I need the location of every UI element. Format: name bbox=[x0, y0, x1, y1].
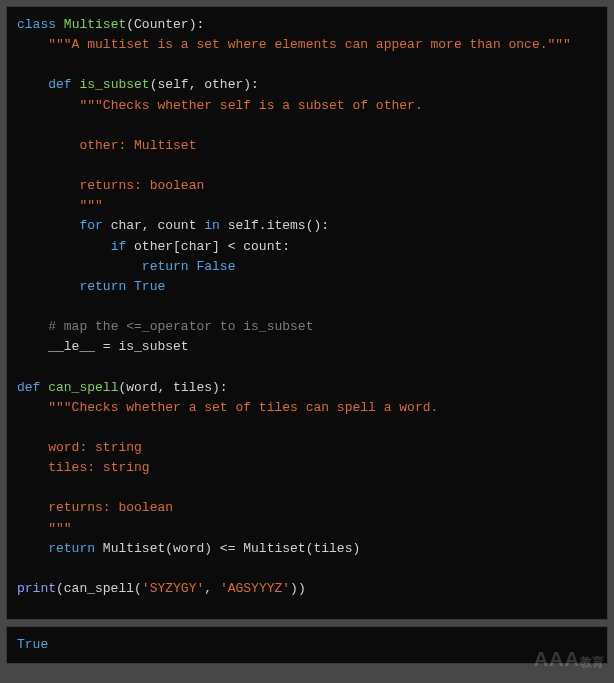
code-line: """Checks whether self is a subset of ot… bbox=[17, 98, 423, 113]
code-line: other: Multiset bbox=[17, 138, 196, 153]
output-value: True bbox=[17, 637, 48, 652]
code-line: __le__ = is_subset bbox=[17, 339, 189, 354]
code-line: """A multiset is a set where elements ca… bbox=[17, 37, 571, 52]
code-line: tiles: string bbox=[17, 460, 150, 475]
code-line: returns: boolean bbox=[17, 500, 173, 515]
code-line: print(can_spell('SYZYGY', 'AGSYYYZ')) bbox=[17, 581, 306, 596]
code-line: return False bbox=[17, 259, 235, 274]
code-line: for char, count in self.items(): bbox=[17, 218, 329, 233]
code-line: class Multiset(Counter): bbox=[17, 17, 204, 32]
code-line: return Multiset(word) <= Multiset(tiles) bbox=[17, 541, 360, 556]
code-line: word: string bbox=[17, 440, 142, 455]
code-line: # map the <=_operator to is_subset bbox=[17, 319, 313, 334]
code-line: """Checks whether a set of tiles can spe… bbox=[17, 400, 438, 415]
code-line: """ bbox=[17, 521, 72, 536]
output-panel: True bbox=[6, 626, 608, 664]
code-line: if other[char] < count: bbox=[17, 239, 290, 254]
code-line: return True bbox=[17, 279, 165, 294]
code-line: returns: boolean bbox=[17, 178, 204, 193]
code-line: """ bbox=[17, 198, 103, 213]
code-editor-panel: class Multiset(Counter): """A multiset i… bbox=[6, 6, 608, 620]
code-line: def can_spell(word, tiles): bbox=[17, 380, 228, 395]
code-line: def is_subset(self, other): bbox=[17, 77, 259, 92]
